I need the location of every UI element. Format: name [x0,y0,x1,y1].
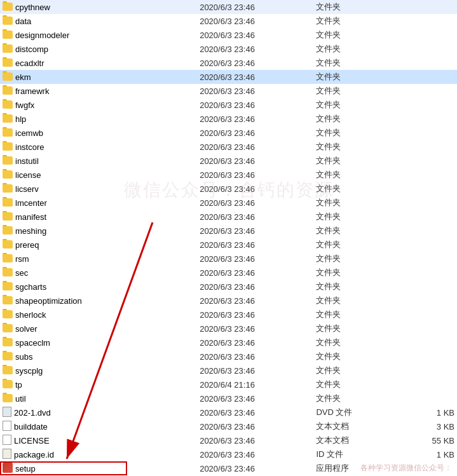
list-item[interactable]: cpythnew2020/6/3 23:46文件夹 [0,0,457,14]
file-name-cell: builddate [0,419,197,433]
list-item[interactable]: designmodeler2020/6/3 23:46文件夹 [0,28,457,42]
list-item[interactable]: instcore2020/6/3 23:46文件夹 [0,140,457,154]
list-item[interactable]: subs2020/6/3 23:46文件夹 [0,350,457,364]
file-name-label: LICENSE [14,436,50,445]
file-size-cell [385,391,457,405]
file-size-cell: 1 KB [385,405,457,419]
file-size-cell [385,322,457,336]
list-item[interactable]: spaceclm2020/6/3 23:46文件夹 [0,336,457,350]
file-name-cell: syscplg [0,364,197,377]
list-item[interactable]: ecadxltr2020/6/3 23:46文件夹 [0,56,457,70]
file-type-cell: 文件夹 [313,322,385,336]
file-name-label: syscplg [15,366,43,376]
file-name-label: ecadxltr [15,58,44,68]
list-item[interactable]: meshing2020/6/3 23:46文件夹 [0,224,457,238]
list-item[interactable]: icemwb2020/6/3 23:46文件夹 [0,126,457,140]
list-item[interactable]: util2020/6/3 23:46文件夹 [0,391,457,405]
file-date-cell: 2020/6/3 23:46 [197,0,313,14]
file-size-cell [385,336,457,350]
file-name-cell: rsm [0,252,197,266]
list-item[interactable]: licserv2020/6/3 23:46文件夹 [0,182,457,196]
file-name-cell: prereq [0,238,197,252]
file-name-cell: designmodeler [0,28,197,42]
app-icon [3,463,13,473]
folder-icon [3,198,13,207]
file-name-cell: ekm [0,70,197,84]
file-name-label: tp [15,380,22,390]
file-name-label: manifest [15,212,46,222]
file-name-label: designmodeler [15,31,69,40]
list-item[interactable]: fwgfx2020/6/3 23:46文件夹 [0,98,457,112]
file-size-cell [385,210,457,224]
folder-icon [3,226,13,235]
list-item[interactable]: license2020/6/3 23:46文件夹 [0,168,457,182]
file-type-cell: 文本文档 [313,419,385,433]
list-item[interactable]: hlp2020/6/3 23:46文件夹 [0,112,457,126]
list-item[interactable]: sherlock2020/6/3 23:46文件夹 [0,308,457,322]
file-type-cell: 文件夹 [313,364,385,377]
file-size-cell [385,182,457,196]
file-name-label: license [15,170,41,180]
file-date-cell: 2020/6/3 23:46 [197,112,313,126]
file-name-cell: sec [0,266,197,280]
file-name-cell: 202-1.dvd [0,405,197,419]
file-name-cell: distcomp [0,42,197,56]
file-date-cell: 2020/6/3 23:46 [197,168,313,182]
file-name-cell: licserv [0,182,197,196]
file-type-cell: 文件夹 [313,98,385,112]
list-item[interactable]: rsm2020/6/3 23:46文件夹 [0,252,457,266]
list-item[interactable]: data2020/6/3 23:46文件夹 [0,14,457,28]
list-item[interactable]: 202-1.dvd2020/6/3 23:46DVD 文件1 KB [0,405,457,419]
file-name-cell: manifest [0,210,197,224]
file-name-label: util [15,394,26,404]
file-type-cell: 文件夹 [313,70,385,84]
list-item[interactable]: lmcenter2020/6/3 23:46文件夹 [0,196,457,210]
list-item[interactable]: sec2020/6/3 23:46文件夹 [0,266,457,280]
list-item[interactable]: sgcharts2020/6/3 23:46文件夹 [0,280,457,294]
list-item[interactable]: instutil2020/6/3 23:46文件夹 [0,154,457,168]
file-name-cell: hlp [0,112,197,126]
folder-icon [3,240,13,248]
file-type-cell: ID 文件 [313,447,385,461]
list-item[interactable]: setup2020/6/3 23:46应用程序 [0,461,457,475]
folder-icon [3,170,13,179]
file-name-cell: spaceclm [0,336,197,350]
file-name-label: data [15,17,31,26]
file-explorer: cpythnew2020/6/3 23:46文件夹data2020/6/3 23… [0,0,457,476]
list-item[interactable]: LICENSE2020/6/3 23:46文本文档55 KB [0,433,457,447]
file-name-label: distcomp [15,44,48,54]
list-item[interactable]: prereq2020/6/3 23:46文件夹 [0,238,457,252]
list-item[interactable]: manifest2020/6/3 23:46文件夹 [0,210,457,224]
file-date-cell: 2020/6/4 21:16 [197,377,313,391]
list-item[interactable]: shapeoptimization2020/6/3 23:46文件夹 [0,294,457,308]
file-name-label: hlp [15,114,26,124]
folder-icon [3,184,13,193]
file-name-cell: shapeoptimization [0,294,197,308]
file-date-cell: 2020/6/3 23:46 [197,210,313,224]
file-name-cell: data [0,14,197,28]
file-name-cell: sherlock [0,308,197,322]
file-type-cell: 文件夹 [313,377,385,391]
file-date-cell: 2020/6/3 23:46 [197,266,313,280]
list-item[interactable]: solver2020/6/3 23:46文件夹 [0,322,457,336]
list-item[interactable]: ekm2020/6/3 23:46文件夹 [0,70,457,84]
list-item[interactable]: builddate2020/6/3 23:46文本文档3 KB [0,419,457,433]
folder-icon [3,254,13,262]
file-date-cell: 2020/6/3 23:46 [197,238,313,252]
list-item[interactable]: package.id2020/6/3 23:46ID 文件1 KB [0,447,457,461]
file-name-cell: subs [0,350,197,364]
file-date-cell: 2020/6/3 23:46 [197,224,313,238]
file-name-label: prereq [15,240,39,250]
file-type-cell: 文件夹 [313,336,385,350]
folder-icon [3,212,13,221]
file-size-cell [385,84,457,98]
list-item[interactable]: framewrk2020/6/3 23:46文件夹 [0,84,457,98]
list-item[interactable]: syscplg2020/6/3 23:46文件夹 [0,364,457,377]
file-name-cell: icemwb [0,126,197,140]
file-type-cell: 文件夹 [313,14,385,28]
list-item[interactable]: tp2020/6/4 21:16文件夹 [0,377,457,391]
file-size-cell [385,196,457,210]
file-date-cell: 2020/6/3 23:46 [197,28,313,42]
file-name-label: setup [15,464,36,473]
list-item[interactable]: distcomp2020/6/3 23:46文件夹 [0,42,457,56]
